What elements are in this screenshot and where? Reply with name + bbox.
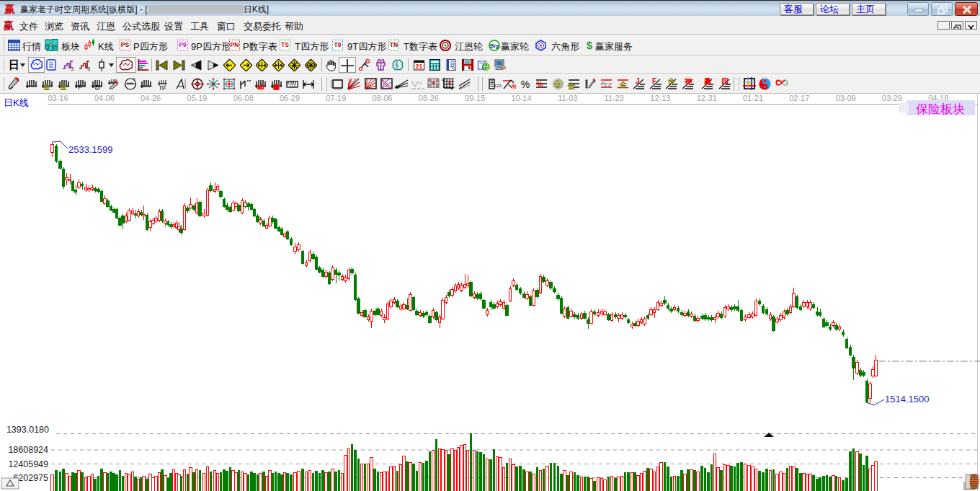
svg-text:F: F: [652, 78, 656, 85]
svg-text:03-16: 03-16: [48, 94, 68, 102]
svg-text:01-21: 01-21: [743, 94, 763, 102]
svg-text:123: 123: [289, 84, 295, 88]
svg-text:07-19: 07-19: [326, 94, 346, 102]
svg-text:08-06: 08-06: [373, 94, 393, 102]
svg-text:Big: Big: [490, 43, 499, 49]
svg-text:12-31: 12-31: [697, 94, 717, 102]
svg-text:F: F: [78, 84, 82, 90]
svg-text:21: 21: [415, 63, 422, 70]
svg-text:04-06: 04-06: [94, 94, 115, 102]
svg-text:%: %: [512, 83, 516, 90]
svg-text:18608924: 18608924: [8, 445, 48, 455]
svg-text:1393.0180: 1393.0180: [6, 425, 49, 435]
svg-text:06-08: 06-08: [233, 94, 254, 102]
svg-text:J: J: [636, 78, 640, 85]
svg-text:02-17: 02-17: [789, 94, 809, 102]
svg-text:金: 金: [554, 80, 562, 88]
svg-text:%: %: [521, 79, 530, 90]
svg-text:05-19: 05-19: [187, 94, 207, 102]
svg-text:神: 神: [257, 84, 264, 91]
svg-text:金: 金: [618, 80, 627, 89]
svg-text:123: 123: [494, 84, 502, 88]
svg-text:08-26: 08-26: [419, 94, 439, 102]
svg-text:金: 金: [667, 78, 675, 85]
svg-text:03-29: 03-29: [882, 94, 902, 102]
svg-text:03-09: 03-09: [836, 94, 856, 102]
svg-text:2533.1599: 2533.1599: [68, 144, 112, 155]
svg-text:%: %: [537, 81, 543, 89]
svg-text:金: 金: [567, 81, 576, 90]
svg-text:金: 金: [59, 83, 67, 90]
svg-text:3: 3: [71, 66, 74, 71]
svg-text:1514.1500: 1514.1500: [885, 394, 929, 404]
svg-text:金: 金: [43, 83, 50, 90]
svg-text:06-29: 06-29: [280, 94, 300, 102]
svg-text:12405949: 12405949: [8, 459, 48, 469]
svg-text:保险板块: 保险板块: [916, 102, 965, 116]
svg-text:n²: n²: [160, 84, 167, 91]
svg-text:11-23: 11-23: [604, 94, 623, 102]
svg-text:12-13: 12-13: [650, 94, 670, 102]
svg-text:四: 四: [721, 78, 729, 85]
svg-text:10-14: 10-14: [511, 94, 531, 102]
svg-text:神: 神: [684, 78, 692, 85]
svg-text:$: $: [587, 39, 593, 51]
svg-text:9: 9: [87, 66, 90, 71]
svg-text:04-26: 04-26: [141, 94, 161, 102]
svg-text:赢: 赢: [703, 78, 711, 85]
svg-text:11-03: 11-03: [558, 94, 577, 102]
svg-text:09-15: 09-15: [465, 94, 485, 102]
svg-text:日K线: 日K线: [4, 97, 29, 108]
svg-text:赢: 赢: [272, 84, 280, 91]
